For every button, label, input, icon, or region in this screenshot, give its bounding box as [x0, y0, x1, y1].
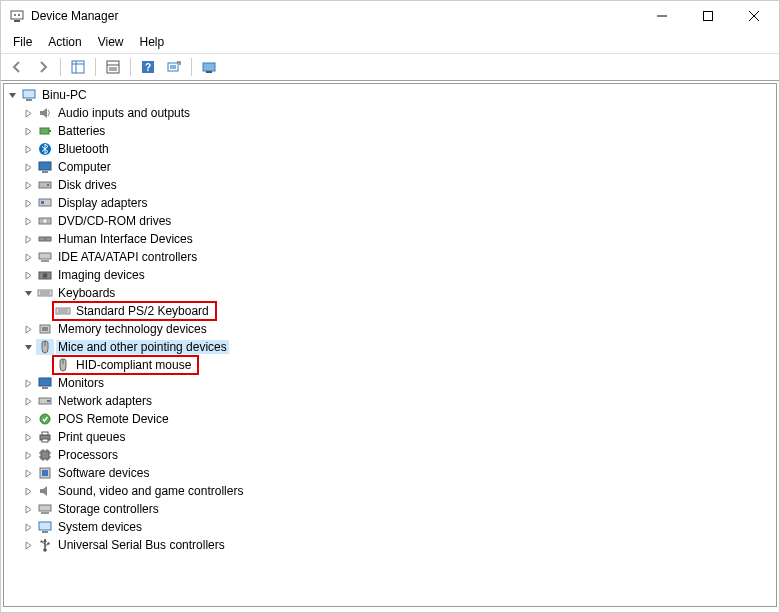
node-label: DVD/CD-ROM drives [56, 214, 173, 228]
expand-icon[interactable] [20, 230, 36, 248]
close-button[interactable] [731, 1, 777, 31]
expand-icon[interactable] [20, 392, 36, 410]
tree-node-imaging[interactable]: Imaging devices [4, 266, 776, 284]
help-button[interactable]: ? [136, 56, 160, 78]
expand-icon[interactable] [20, 122, 36, 140]
tree-node-computer[interactable]: Computer [4, 158, 776, 176]
menubar: File Action View Help [1, 31, 779, 53]
expand-icon[interactable] [20, 176, 36, 194]
expand-icon[interactable] [20, 428, 36, 446]
expand-icon[interactable] [20, 536, 36, 554]
menu-file[interactable]: File [5, 33, 40, 51]
properties-button[interactable] [101, 56, 125, 78]
expand-icon[interactable] [20, 320, 36, 338]
node-label: Computer [56, 160, 113, 174]
memory-icon [36, 321, 54, 337]
svg-rect-5 [704, 12, 713, 21]
expand-icon[interactable] [20, 518, 36, 536]
svg-rect-23 [40, 128, 49, 134]
expand-icon[interactable] [20, 410, 36, 428]
tree-root[interactable]: Binu-PC [4, 86, 776, 104]
collapse-icon[interactable] [20, 338, 36, 356]
tree-node-print[interactable]: Print queues [4, 428, 776, 446]
show-hidden-button[interactable] [197, 56, 221, 78]
svg-rect-0 [11, 11, 23, 19]
tree-node-hid-mouse[interactable]: HID-compliant mouse [4, 356, 776, 374]
node-label: Sound, video and game controllers [56, 484, 245, 498]
display-adapter-icon [36, 195, 54, 211]
node-label: Bluetooth [56, 142, 111, 156]
speaker-icon [36, 105, 54, 121]
node-label: IDE ATA/ATAPI controllers [56, 250, 199, 264]
svg-rect-57 [42, 439, 48, 442]
node-label: Print queues [56, 430, 127, 444]
keyboard-icon [54, 303, 72, 319]
tree-node-dvd[interactable]: DVD/CD-ROM drives [4, 212, 776, 230]
svg-rect-76 [41, 541, 43, 543]
window-title: Device Manager [31, 9, 639, 23]
tree-node-network[interactable]: Network adapters [4, 392, 776, 410]
svg-rect-19 [203, 63, 215, 71]
tree-node-sound[interactable]: Sound, video and game controllers [4, 482, 776, 500]
forward-button[interactable] [31, 56, 55, 78]
maximize-button[interactable] [685, 1, 731, 31]
collapse-icon[interactable] [20, 284, 36, 302]
svg-rect-27 [42, 171, 48, 173]
tree-node-system[interactable]: System devices [4, 518, 776, 536]
back-button[interactable] [5, 56, 29, 78]
tree-node-disk[interactable]: Disk drives [4, 176, 776, 194]
tree-node-bluetooth[interactable]: Bluetooth [4, 140, 776, 158]
svg-rect-68 [42, 470, 48, 476]
window-controls [639, 1, 777, 31]
tree-node-processors[interactable]: Processors [4, 446, 776, 464]
tree-node-usb[interactable]: Universal Serial Bus controllers [4, 536, 776, 554]
expand-icon[interactable] [20, 500, 36, 518]
expand-icon[interactable] [20, 212, 36, 230]
expand-icon[interactable] [20, 482, 36, 500]
tree-node-pos[interactable]: POS Remote Device [4, 410, 776, 428]
expand-icon[interactable] [20, 266, 36, 284]
svg-rect-37 [41, 260, 49, 262]
node-label: Audio inputs and outputs [56, 106, 192, 120]
expand-icon[interactable] [20, 158, 36, 176]
expand-icon[interactable] [20, 446, 36, 464]
svg-rect-24 [49, 130, 51, 132]
tree-node-mice[interactable]: Mice and other pointing devices [4, 338, 776, 356]
tree-node-storage[interactable]: Storage controllers [4, 500, 776, 518]
menu-help[interactable]: Help [132, 33, 173, 51]
minimize-button[interactable] [639, 1, 685, 31]
tree-node-ide[interactable]: IDE ATA/ATAPI controllers [4, 248, 776, 266]
expand-icon[interactable] [20, 104, 36, 122]
svg-point-2 [14, 14, 16, 16]
tree-node-memtech[interactable]: Memory technology devices [4, 320, 776, 338]
collapse-icon[interactable] [4, 86, 20, 104]
svg-rect-1 [14, 20, 20, 22]
node-label: Display adapters [56, 196, 149, 210]
battery-icon [36, 123, 54, 139]
device-tree[interactable]: Binu-PC Audio inputs and outputs Batteri… [3, 83, 777, 607]
tree-node-kb-ps2[interactable]: Standard PS/2 Keyboard [4, 302, 776, 320]
expand-icon[interactable] [20, 464, 36, 482]
tree-node-software[interactable]: Software devices [4, 464, 776, 482]
menu-view[interactable]: View [90, 33, 132, 51]
monitor-icon [36, 159, 54, 175]
node-label: POS Remote Device [56, 412, 171, 426]
tree-node-display[interactable]: Display adapters [4, 194, 776, 212]
expand-icon[interactable] [20, 194, 36, 212]
show-hide-tree-button[interactable] [66, 56, 90, 78]
tree-node-audio[interactable]: Audio inputs and outputs [4, 104, 776, 122]
keyboard-icon [36, 285, 54, 301]
scan-button[interactable] [162, 56, 186, 78]
expand-icon[interactable] [20, 248, 36, 266]
tree-node-keyboards[interactable]: Keyboards [4, 284, 776, 302]
expand-icon[interactable] [20, 374, 36, 392]
tree-node-hid[interactable]: Human Interface Devices [4, 230, 776, 248]
svg-point-33 [43, 219, 48, 224]
menu-action[interactable]: Action [40, 33, 89, 51]
expand-icon[interactable] [20, 140, 36, 158]
node-label: Human Interface Devices [56, 232, 195, 246]
tree-node-batteries[interactable]: Batteries [4, 122, 776, 140]
tree-node-monitors[interactable]: Monitors [4, 374, 776, 392]
printer-icon [36, 429, 54, 445]
svg-rect-69 [39, 505, 51, 511]
